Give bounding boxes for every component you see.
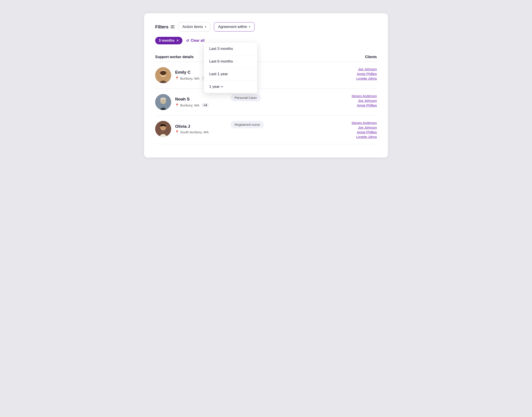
avatar [155,121,171,137]
worker-name: Noah S [175,97,209,102]
client-link[interactable]: Annie Phillips [357,130,377,134]
filters-text: Filters [155,24,169,30]
chevron-down-icon: ▾ [249,25,250,28]
location-icon: 📍 [175,103,179,107]
agreement-within-dropdown-menu: Last 3 months Last 6 months Last 1 year … [204,42,257,93]
dropdown-item-3months[interactable]: Last 3 months [204,42,257,55]
client-link[interactable]: Lynette Johns [356,76,377,80]
table-row: Emily C 📍 Bunbury, WA +1 Professional Jo… [155,62,377,89]
client-link[interactable]: Lynette Johns [356,135,377,139]
role-badge: Personal Carer [231,94,261,101]
location-icon: 📍 [175,130,179,134]
worker-name-location: Olivia J 📍 South bunbury, WA [175,124,209,134]
client-link[interactable]: Joe Johnson [358,99,377,103]
clients-col: Joe Johnson Annie Phillips Lynette Johns [328,67,377,80]
location-text: Bunbury, WA [180,76,200,80]
close-icon[interactable]: ✕ [176,39,179,42]
location-text: Bunbury, WA [180,103,200,107]
worker-info: Noah S 📍 Bunbury, WA +4 [155,94,231,110]
table-row: Noah S 📍 Bunbury, WA +4 Personal Carer S… [155,89,377,115]
action-items-dropdown[interactable]: Action items ▾ [178,22,210,31]
dropdown-item-1year[interactable]: Last 1 year [204,68,257,81]
tag-label: 3 months [159,39,174,42]
worker-name: Olivia J [175,124,209,129]
worker-info: Olivia J 📍 South bunbury, WA [155,121,231,137]
tags-row: 3 months ✕ ↺ Clear all [155,37,377,44]
dropdown-item-6months[interactable]: Last 6 months [204,55,257,68]
location-text: South bunbury, WA [180,130,209,134]
location-row: 📍 Bunbury, WA +4 [175,103,209,107]
agreement-within-label: Agreement within [218,25,247,29]
col-clients-header: Clients [328,55,377,59]
worker-name-location: Noah S 📍 Bunbury, WA +4 [175,97,209,107]
worker-name: Emily C [175,70,209,75]
worker-name-location: Emily C 📍 Bunbury, WA +1 [175,70,209,81]
role-badge: Registered nurse [231,121,264,128]
avatar [155,67,171,83]
clients-col: Steven Anderson Joe Johnson Annie Philli… [328,121,377,139]
client-link[interactable]: Steven Anderson [351,94,377,98]
location-row: 📍 Bunbury, WA +1 [175,76,209,81]
location-icon: 📍 [175,76,179,80]
table-header: Support worker details Clients [155,52,377,62]
clear-all-label: Clear all [191,39,204,42]
main-card: Filters Action items ▾ Agreement within … [144,13,388,157]
table-row: Olivia J 📍 South bunbury, WA Registered … [155,115,377,144]
client-link[interactable]: Joe Johnson [358,67,377,71]
clients-col: Steven Anderson Joe Johnson Annie Philli… [328,94,377,107]
agreement-within-dropdown[interactable]: Agreement within ▾ [214,22,254,31]
avatar [155,94,171,110]
client-link[interactable]: Annie Phillips [357,103,377,107]
dropdown-item-1yearplus[interactable]: 1 year + [204,81,257,93]
tag-3months[interactable]: 3 months ✕ [155,37,182,44]
client-link[interactable]: Steven Anderson [351,121,377,125]
chevron-down-icon: ▾ [205,25,206,28]
role-col: Personal Carer [231,94,328,101]
action-items-label: Action items [182,25,203,29]
client-link[interactable]: Annie Phillips [357,72,377,76]
role-col: Registered nurse [231,121,328,128]
plus-badge: +4 [202,103,209,107]
client-link[interactable]: Joe Johnson [358,125,377,129]
undo-icon: ↺ [186,39,189,43]
clear-all-button[interactable]: ↺ Clear all [186,39,204,43]
filters-label: Filters [155,24,175,30]
filters-icon [171,25,175,28]
filters-row: Filters Action items ▾ Agreement within … [155,22,377,31]
location-row: 📍 South bunbury, WA [175,130,209,134]
